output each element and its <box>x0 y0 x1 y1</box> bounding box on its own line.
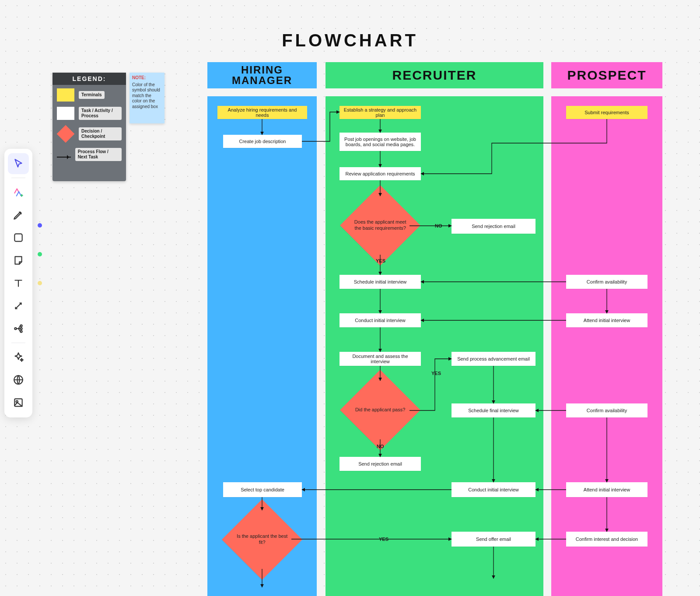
note-color-indicator <box>38 281 42 285</box>
terminal-swatch <box>57 88 74 102</box>
globe-tool[interactable] <box>8 369 29 390</box>
sticky-note-tool[interactable] <box>8 250 29 271</box>
node-submit[interactable]: Submit requirements <box>566 106 648 119</box>
node-strategy[interactable]: Establish a strategy and approach plan <box>340 106 421 119</box>
legend-row-process: Task / Activity / Process <box>57 107 122 120</box>
legend-row-flow: Process Flow / Next Task <box>57 148 122 161</box>
label-no2: NO <box>377 444 384 449</box>
note-card[interactable]: NOTE: Color of the symbol should match t… <box>130 73 164 123</box>
node-attend1[interactable]: Attend initial interview <box>566 313 648 327</box>
svg-rect-0 <box>14 234 22 241</box>
pen-color-indicator <box>38 223 42 228</box>
label-yes3: YES <box>379 536 388 542</box>
process-swatch <box>57 107 74 120</box>
note-body: Color of the symbol should match the col… <box>132 82 162 110</box>
connector-tool[interactable] <box>8 295 29 316</box>
flowchart-canvas[interactable]: HIRING MANAGER RECRUITER PROSPECT Analyz… <box>207 62 662 596</box>
node-attend2[interactable]: Attend initial interview <box>566 482 648 497</box>
node-doc-assess[interactable]: Document and assess the interview <box>340 352 421 366</box>
shape-color-indicator <box>38 252 42 256</box>
label-no: NO <box>435 223 442 228</box>
legend-card[interactable]: LEGEND: Terminals Task / Activity / Proc… <box>52 73 126 181</box>
note-title: NOTE: <box>132 75 162 81</box>
select-tool[interactable] <box>8 153 29 174</box>
node-reject1[interactable]: Send rejection email <box>452 219 536 234</box>
node-select-top[interactable]: Select top candidate <box>223 482 302 497</box>
node-avail2[interactable]: Confirm availability <box>566 403 648 417</box>
node-analyze[interactable]: Analyze hiring requirements and needs <box>217 106 307 119</box>
legend-row-terminals: Terminals <box>57 88 122 102</box>
pen-tool[interactable] <box>8 204 29 225</box>
label-yes: YES <box>376 258 385 263</box>
flowchart-title: FLOWCHART <box>0 31 700 50</box>
ai-tool[interactable] <box>8 182 29 203</box>
flow-swatch <box>57 157 71 158</box>
node-conduct-final[interactable]: Conduct initial interview <box>452 482 536 497</box>
shape-tool[interactable] <box>8 227 29 248</box>
node-reject2[interactable]: Send rejection email <box>340 457 421 471</box>
node-sched-final[interactable]: Schedule final interview <box>452 403 536 417</box>
node-sched-init[interactable]: Schedule initial interview <box>340 275 421 289</box>
node-conduct-init[interactable]: Conduct initial interview <box>340 313 421 327</box>
node-post[interactable]: Post job openings on website, job boards… <box>340 133 421 151</box>
node-avail1[interactable]: Confirm availability <box>566 275 648 289</box>
text-tool[interactable] <box>8 273 29 294</box>
lane-header-recruiter: RECRUITER <box>326 62 543 88</box>
label-yes2: YES <box>431 371 441 376</box>
node-advance[interactable]: Send process advancement email <box>452 352 536 366</box>
image-tool[interactable] <box>8 392 29 413</box>
node-decision[interactable]: Confirm interest and decision <box>566 532 648 547</box>
lane-header-hiring-manager: HIRING MANAGER <box>207 62 317 88</box>
lane-header-prospect: PROSPECT <box>551 62 662 88</box>
sparkle-tool[interactable] <box>8 347 29 368</box>
toolbar <box>4 149 32 417</box>
decision-swatch <box>57 125 75 143</box>
node-review[interactable]: Review application requirements <box>340 167 421 180</box>
node-create-jd[interactable]: Create job description <box>223 135 302 148</box>
legend-row-decision: Decision / Checkpoint <box>57 125 122 143</box>
legend-title: LEGEND: <box>52 73 126 85</box>
lane-prospect <box>551 96 662 596</box>
mindmap-tool[interactable] <box>8 318 29 339</box>
node-offer[interactable]: Send offer email <box>452 532 536 547</box>
